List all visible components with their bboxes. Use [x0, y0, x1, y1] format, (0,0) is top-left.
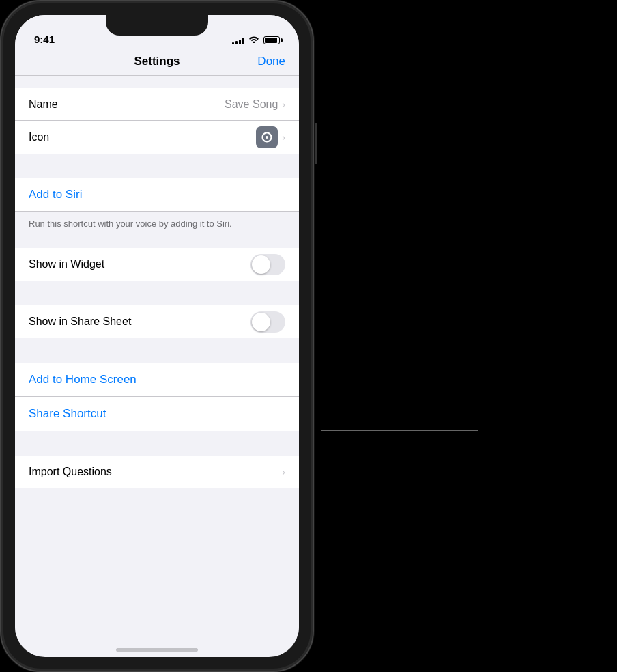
import-chevron-icon: › — [282, 466, 285, 477]
status-icons — [232, 35, 280, 45]
share-sheet-toggle[interactable] — [250, 311, 285, 333]
widget-label: Show in Widget — [29, 258, 104, 270]
nav-title: Settings — [63, 55, 251, 68]
actions-section: Add to Home Screen Share Shortcut — [15, 363, 299, 431]
icon-chevron-icon: › — [282, 132, 285, 143]
gap-1 — [15, 154, 299, 178]
gap-5 — [15, 431, 299, 456]
widget-toggle[interactable] — [250, 254, 285, 275]
show-in-widget-row[interactable]: Show in Widget — [15, 248, 299, 281]
name-value: Save Song — [225, 98, 278, 111]
siri-section: Add to Siri — [15, 178, 299, 212]
siri-description-box: Run this shortcut with your voice by add… — [15, 212, 299, 236]
icon-row[interactable]: Icon › — [15, 121, 299, 154]
import-questions-label: Import Questions — [29, 466, 112, 478]
top-gap — [15, 76, 299, 88]
gap-3 — [15, 281, 299, 305]
widget-toggle-knob — [252, 255, 270, 274]
icon-preview — [256, 126, 278, 148]
power-button — [314, 123, 317, 164]
notch — [106, 15, 208, 36]
gap-2 — [15, 236, 299, 248]
bottom-gap — [15, 488, 299, 513]
settings-content: Name Save Song › Icon — [15, 76, 299, 633]
share-shortcut-row[interactable]: Share Shortcut — [15, 397, 299, 431]
battery-icon — [263, 36, 280, 44]
nav-bar: Settings Done — [15, 49, 299, 76]
add-to-home-screen-label: Add to Home Screen — [29, 373, 137, 387]
siri-description-text: Run this shortcut with your voice by add… — [29, 219, 232, 229]
home-indicator — [116, 648, 198, 652]
signal-icon — [232, 36, 244, 44]
import-questions-row[interactable]: Import Questions › — [15, 456, 299, 488]
share-sheet-toggle-knob — [252, 313, 270, 331]
share-sheet-section: Show in Share Sheet — [15, 305, 299, 338]
add-to-home-screen-row[interactable]: Add to Home Screen — [15, 363, 299, 397]
import-section: Import Questions › — [15, 456, 299, 488]
name-label: Name — [29, 98, 58, 111]
bottom-gap-2 — [15, 513, 299, 537]
done-button[interactable]: Done — [251, 55, 285, 68]
status-time: 9:41 — [34, 33, 55, 45]
show-in-share-sheet-row[interactable]: Show in Share Sheet — [15, 305, 299, 338]
gap-4 — [15, 338, 299, 363]
name-value-container: Save Song › — [225, 98, 285, 111]
import-value-container: › — [282, 466, 285, 477]
add-to-siri-row[interactable]: Add to Siri — [15, 178, 299, 212]
name-row[interactable]: Name Save Song › — [15, 88, 299, 121]
share-shortcut-label: Share Shortcut — [29, 407, 106, 421]
add-to-siri-label: Add to Siri — [29, 188, 82, 201]
widget-section: Show in Widget — [15, 248, 299, 281]
icon-value-container: › — [256, 126, 285, 148]
share-sheet-label: Show in Share Sheet — [29, 316, 131, 328]
name-chevron-icon: › — [282, 99, 285, 110]
icon-label: Icon — [29, 131, 49, 143]
wifi-icon — [248, 35, 259, 45]
name-icon-section: Name Save Song › Icon — [15, 88, 299, 154]
annotation-line — [321, 430, 478, 431]
